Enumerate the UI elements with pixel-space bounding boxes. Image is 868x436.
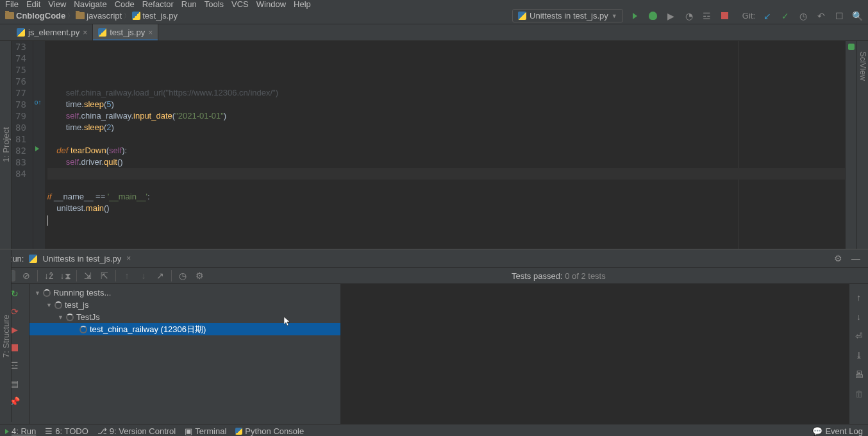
spinner-icon (54, 301, 62, 309)
main-menu-bar: File Edit View Navigate Code Refactor Ru… (0, 0, 868, 8)
tree-node-test-china-railway[interactable]: test_china_railway (12306日期) (29, 323, 340, 335)
chevron-down-icon[interactable]: ▼ (35, 290, 40, 296)
collapse-all-icon[interactable]: ⇱ (99, 270, 110, 281)
stop-button[interactable] (719, 10, 731, 22)
menu-window[interactable]: Window (256, 0, 286, 9)
tab-test-js[interactable]: test_js.py × (93, 24, 158, 40)
concurrency-button[interactable]: ☲ (701, 10, 713, 22)
status-vcs[interactable]: ⎇ 9: Version Control (97, 426, 176, 436)
tree-node-testjs-file[interactable]: ▼test_js (29, 299, 340, 311)
prev-failed-icon[interactable]: ↑ (121, 270, 133, 281)
next-icon[interactable]: ↓ (853, 311, 865, 323)
test-output-console[interactable] (341, 284, 849, 424)
run-gutter-icon[interactable] (35, 146, 39, 153)
test-tree[interactable]: ▼Running tests... ▼test_js ▼TestJs test_… (29, 284, 341, 424)
run-button[interactable] (630, 10, 641, 22)
minimize-icon[interactable]: — (850, 253, 862, 264)
menu-vcs[interactable]: VCS (231, 0, 249, 9)
left-tool-strip: 1: Project (0, 41, 12, 249)
breadcrumb-project[interactable]: CnblogCode (5, 11, 65, 21)
history-icon[interactable]: ◷ (177, 270, 188, 281)
chevron-down-icon: ▼ (612, 13, 617, 19)
show-ignored-icon[interactable]: ⊘ (21, 270, 32, 281)
right-tool-strip: SciView Database (856, 41, 868, 249)
tree-node-testjs-class[interactable]: ▼TestJs (29, 311, 340, 323)
status-run[interactable]: 4: Run (5, 426, 36, 436)
git-label: Git: (742, 11, 755, 21)
status-bar: 4: Run ☰ 6: TODO ⎇ 9: Version Control ▣ … (0, 424, 868, 436)
menu-navigate[interactable]: Navigate (74, 0, 106, 9)
export-icon[interactable]: ↗ (154, 270, 166, 281)
chevron-down-icon[interactable]: ▼ (46, 302, 52, 308)
profile-button[interactable]: ◔ (683, 10, 695, 22)
chevron-down-icon[interactable]: ▼ (58, 314, 63, 321)
run-tab-title[interactable]: Unittests in test_js.py (42, 254, 121, 264)
git-update-icon[interactable]: ↙ (762, 10, 773, 22)
code-editor[interactable]: 737475767778798081828384 o↑ self.china_r… (12, 41, 856, 249)
breadcrumb-file[interactable]: test_js.py (132, 11, 178, 21)
python-icon (132, 12, 140, 20)
chevron-right-icon: 〉 (67, 12, 74, 21)
chevron-right-icon: 〉 (124, 12, 130, 21)
soft-wrap-icon[interactable]: ⏎ (853, 330, 865, 342)
console-action-column: ↑ ↓ ⏎ ⤓ 🖶 🗑 (849, 284, 868, 424)
left-tool-strip-bottom: 7: Structure 2: Favorites (0, 250, 12, 422)
line-number-gutter: 737475767778798081828384 (12, 41, 33, 249)
run-tool-window: Run: Unittests in test_js.py × ⚙ — ✓ ⊘ ↓… (0, 249, 868, 424)
project-tool[interactable]: 1: Project (1, 51, 11, 239)
folder-icon (5, 12, 14, 19)
next-failed-icon[interactable]: ↓ (138, 270, 149, 281)
git-history-icon[interactable]: ◷ (797, 10, 809, 22)
python-icon (29, 255, 37, 263)
ide-settings-icon[interactable]: ☐ (833, 10, 845, 22)
menu-file[interactable]: File (5, 0, 19, 9)
editor-scrollbar-overview[interactable] (845, 41, 856, 249)
inspection-ok-icon (848, 44, 855, 50)
clear-icon[interactable]: 🗑 (853, 388, 865, 399)
gutter-icons: o↑ (33, 41, 45, 249)
status-todo[interactable]: ☰ 6: TODO (45, 426, 88, 436)
python-icon (98, 28, 106, 37)
status-python-console[interactable]: Python Console (235, 426, 304, 436)
menu-view[interactable]: View (48, 0, 66, 9)
menu-edit[interactable]: Edit (26, 0, 40, 9)
menu-run[interactable]: Run (181, 0, 197, 9)
prev-icon[interactable]: ↑ (853, 292, 865, 303)
tree-root[interactable]: ▼Running tests... (29, 287, 340, 299)
tab-js-element[interactable]: js_element.py × (12, 24, 93, 40)
tests-summary: Tests passed: 0 of 2 tests (512, 271, 606, 281)
debug-button[interactable] (647, 10, 659, 22)
navigation-bar: CnblogCode 〉 javascript 〉 test_js.py Uni… (0, 8, 868, 24)
coverage-button[interactable]: ▶ (665, 10, 677, 22)
expand-all-icon[interactable]: ⇲ (82, 270, 94, 281)
sciview-tool[interactable]: SciView (858, 51, 868, 239)
menu-code[interactable]: Code (115, 0, 135, 9)
breadcrumb-folder[interactable]: javascript (76, 11, 122, 21)
sort-alpha-icon[interactable]: ↓ẑ (43, 270, 54, 281)
sort-duration-icon[interactable]: ↓⧗ (60, 270, 71, 281)
override-icon[interactable]: o↑ (35, 99, 42, 106)
structure-tool[interactable]: 7: Structure (1, 260, 11, 412)
python-icon (518, 12, 526, 20)
spinner-icon (43, 289, 51, 297)
gear-icon[interactable]: ⚙ (832, 253, 844, 264)
git-commit-icon[interactable]: ✓ (780, 10, 791, 22)
menu-tools[interactable]: Tools (204, 0, 224, 9)
close-icon[interactable]: × (83, 28, 87, 37)
run-config-selector[interactable]: Unittests in test_js.py ▼ (512, 9, 623, 22)
menu-refactor[interactable]: Refactor (142, 0, 174, 9)
test-settings-icon[interactable]: ⚙ (194, 270, 205, 281)
scroll-to-end-icon[interactable]: ⤓ (853, 349, 865, 361)
favorites-tool[interactable]: 2: Favorites (0, 260, 1, 412)
spinner-icon (66, 314, 74, 321)
status-event-log[interactable]: 💬 Event Log (812, 426, 863, 436)
close-icon[interactable]: × (126, 254, 131, 263)
close-icon[interactable]: × (148, 28, 153, 37)
print-icon[interactable]: 🖶 (853, 369, 865, 380)
search-everywhere-icon[interactable]: 🔍 (851, 10, 863, 22)
status-terminal[interactable]: ▣ Terminal (185, 426, 226, 436)
folder-icon (76, 12, 85, 19)
menu-help[interactable]: Help (294, 0, 311, 9)
git-revert-icon[interactable]: ↶ (815, 10, 827, 22)
caret (47, 215, 48, 226)
